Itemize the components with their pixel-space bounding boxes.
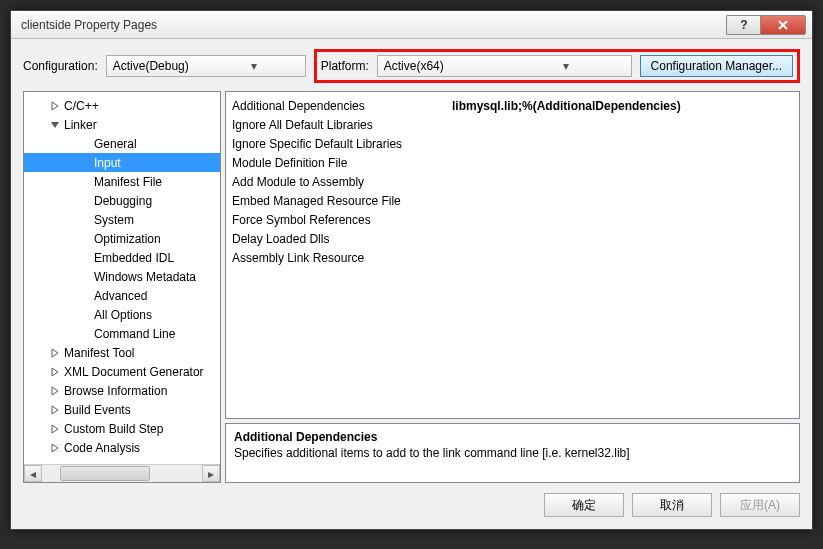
property-row[interactable]: Ignore Specific Default Libraries <box>232 134 793 153</box>
tree-item-label: XML Document Generator <box>64 365 204 379</box>
tree-item-windows-metadata[interactable]: Windows Metadata <box>24 267 220 286</box>
tree-item-manifest-tool[interactable]: Manifest Tool <box>24 343 220 362</box>
tree-expander-icon[interactable] <box>48 101 62 111</box>
tree-item-all-options[interactable]: All Options <box>24 305 220 324</box>
tree-expander-icon[interactable] <box>48 424 62 434</box>
tree-item-input[interactable]: Input <box>24 153 220 172</box>
scroll-left-button[interactable]: ◂ <box>24 465 42 482</box>
platform-label: Platform: <box>321 59 369 73</box>
tree-item-custom-build-step[interactable]: Custom Build Step <box>24 419 220 438</box>
property-key: Force Symbol References <box>232 213 452 227</box>
tree-item-c-c-[interactable]: C/C++ <box>24 96 220 115</box>
tree-expander-icon[interactable] <box>48 443 62 453</box>
platform-value: Active(x64) <box>384 59 505 73</box>
tree-item-command-line[interactable]: Command Line <box>24 324 220 343</box>
scroll-right-button[interactable]: ▸ <box>202 465 220 482</box>
top-row: Configuration: Active(Debug) ▾ Platform:… <box>23 49 800 83</box>
tree-item-label: Manifest Tool <box>64 346 134 360</box>
property-row[interactable]: Delay Loaded Dlls <box>232 229 793 248</box>
tree-item-label: System <box>94 213 134 227</box>
help-button[interactable]: ? <box>726 15 760 35</box>
property-row[interactable]: Embed Managed Resource File <box>232 191 793 210</box>
svg-text:?: ? <box>740 19 747 31</box>
property-value[interactable]: libmysql.lib;%(AdditionalDependencies) <box>452 99 793 113</box>
tree-expander-icon[interactable] <box>48 120 62 130</box>
tree[interactable]: C/C++LinkerGeneralInputManifest FileDebu… <box>24 92 220 464</box>
tree-item-system[interactable]: System <box>24 210 220 229</box>
tree-item-general[interactable]: General <box>24 134 220 153</box>
horizontal-scrollbar[interactable]: ◂ ▸ <box>24 464 220 482</box>
tree-item-advanced[interactable]: Advanced <box>24 286 220 305</box>
tree-item-label: Code Analysis <box>64 441 140 455</box>
scroll-thumb[interactable] <box>60 466 150 481</box>
titlebar[interactable]: clientside Property Pages ? <box>11 11 812 39</box>
tree-item-label: General <box>94 137 137 151</box>
tree-item-label: Advanced <box>94 289 147 303</box>
tree-item-embedded-idl[interactable]: Embedded IDL <box>24 248 220 267</box>
property-row[interactable]: Add Module to Assembly <box>232 172 793 191</box>
chevron-down-icon: ▾ <box>505 59 626 73</box>
tree-panel: C/C++LinkerGeneralInputManifest FileDebu… <box>23 91 221 483</box>
tree-item-label: Custom Build Step <box>64 422 163 436</box>
property-key: Assembly Link Resource <box>232 251 452 265</box>
property-key: Embed Managed Resource File <box>232 194 452 208</box>
tree-expander-icon[interactable] <box>48 367 62 377</box>
dialog-button-row: 确定 取消 应用(A) <box>23 493 800 517</box>
configuration-manager-button[interactable]: Configuration Manager... <box>640 55 793 77</box>
property-key: Delay Loaded Dlls <box>232 232 452 246</box>
property-row[interactable]: Module Definition File <box>232 153 793 172</box>
property-row[interactable]: Ignore All Default Libraries <box>232 115 793 134</box>
description-title: Additional Dependencies <box>234 430 791 444</box>
tree-item-label: Input <box>94 156 121 170</box>
property-key: Ignore All Default Libraries <box>232 118 452 132</box>
tree-expander-icon[interactable] <box>48 348 62 358</box>
tree-item-build-events[interactable]: Build Events <box>24 400 220 419</box>
tree-item-browse-information[interactable]: Browse Information <box>24 381 220 400</box>
property-key: Additional Dependencies <box>232 99 452 113</box>
description-text: Specifies additional items to add to the… <box>234 446 791 460</box>
property-key: Module Definition File <box>232 156 452 170</box>
property-row[interactable]: Force Symbol References <box>232 210 793 229</box>
tree-item-label: Browse Information <box>64 384 167 398</box>
tree-expander-icon[interactable] <box>48 386 62 396</box>
window-title: clientside Property Pages <box>17 18 726 32</box>
ok-button[interactable]: 确定 <box>544 493 624 517</box>
platform-combo[interactable]: Active(x64) ▾ <box>377 55 632 77</box>
chevron-down-icon: ▾ <box>207 59 301 73</box>
description-panel: Additional Dependencies Specifies additi… <box>225 423 800 483</box>
tree-item-label: Command Line <box>94 327 175 341</box>
platform-highlight: Platform: Active(x64) ▾ Configuration Ma… <box>314 49 800 83</box>
tree-item-label: Windows Metadata <box>94 270 196 284</box>
property-row[interactable]: Assembly Link Resource <box>232 248 793 267</box>
cancel-button[interactable]: 取消 <box>632 493 712 517</box>
property-row[interactable]: Additional Dependencieslibmysql.lib;%(Ad… <box>232 96 793 115</box>
tree-item-linker[interactable]: Linker <box>24 115 220 134</box>
tree-item-label: Optimization <box>94 232 161 246</box>
tree-item-optimization[interactable]: Optimization <box>24 229 220 248</box>
close-button[interactable] <box>760 15 806 35</box>
scroll-track[interactable] <box>42 465 202 482</box>
tree-item-label: C/C++ <box>64 99 99 113</box>
apply-button[interactable]: 应用(A) <box>720 493 800 517</box>
property-grid[interactable]: Additional Dependencieslibmysql.lib;%(Ad… <box>225 91 800 419</box>
tree-item-debugging[interactable]: Debugging <box>24 191 220 210</box>
tree-item-label: Linker <box>64 118 97 132</box>
tree-item-manifest-file[interactable]: Manifest File <box>24 172 220 191</box>
tree-expander-icon[interactable] <box>48 405 62 415</box>
tree-item-label: All Options <box>94 308 152 322</box>
property-pages-dialog: clientside Property Pages ? Configuratio… <box>10 10 813 530</box>
tree-item-label: Embedded IDL <box>94 251 174 265</box>
configuration-value: Active(Debug) <box>113 59 207 73</box>
tree-item-label: Debugging <box>94 194 152 208</box>
tree-item-xml-document-generator[interactable]: XML Document Generator <box>24 362 220 381</box>
configuration-combo[interactable]: Active(Debug) ▾ <box>106 55 306 77</box>
tree-item-code-analysis[interactable]: Code Analysis <box>24 438 220 457</box>
configuration-label: Configuration: <box>23 59 98 73</box>
property-key: Ignore Specific Default Libraries <box>232 137 452 151</box>
property-key: Add Module to Assembly <box>232 175 452 189</box>
tree-item-label: Build Events <box>64 403 131 417</box>
tree-item-label: Manifest File <box>94 175 162 189</box>
